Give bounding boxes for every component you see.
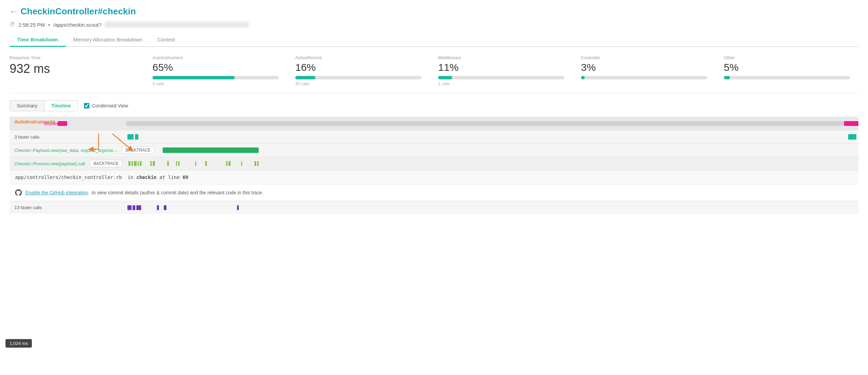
timeline-label-faster-calls: 3 faster calls bbox=[10, 134, 126, 140]
timeline-row-faster-calls: 3 faster calls bbox=[10, 130, 858, 144]
metric-autoinstrument: AutoInstrument 65% 3 calls bbox=[144, 55, 287, 86]
autoinstrument-label: AutoInstrument bbox=[152, 55, 279, 60]
timeline-label-process: Checkin::Process.new(payload).call BACKT… bbox=[10, 160, 127, 167]
process-bar-area bbox=[127, 157, 858, 170]
controller-pct: 3% bbox=[581, 62, 707, 73]
frag-bar-1 bbox=[128, 161, 131, 166]
tab-context[interactable]: Context bbox=[150, 33, 183, 47]
faster-calls-bar-end bbox=[848, 134, 856, 140]
timeline-label-13-faster: 13 faster calls bbox=[10, 205, 126, 210]
backtrace-method: checkin bbox=[136, 174, 157, 180]
github-text: to view commit details (author & commit … bbox=[92, 190, 263, 195]
frag-bar-8 bbox=[167, 161, 169, 166]
github-icon bbox=[15, 189, 22, 196]
metric-activerecord: ActiveRecord 16% 30 calls bbox=[287, 55, 430, 86]
tab-summary[interactable]: Summary bbox=[10, 100, 45, 111]
tab-time-breakdown[interactable]: Time Breakdown bbox=[10, 33, 66, 47]
tab-memory-allocation[interactable]: Memory Allocation Breakdown bbox=[66, 33, 150, 47]
13-faster-text: 13 faster calls bbox=[14, 205, 42, 210]
github-link[interactable]: Enable the GitHub integration bbox=[25, 190, 88, 195]
backtrace-button-process[interactable]: BACKTRACE bbox=[90, 160, 122, 167]
activerecord-calls: 30 calls bbox=[295, 81, 422, 86]
backtrace-file: app/controllers/checkin_controller.rb bbox=[15, 174, 122, 180]
condensed-view-text: Condensed View bbox=[92, 103, 128, 108]
frag-bar-5 bbox=[140, 161, 141, 166]
header-row: ← CheckinController#checkin bbox=[10, 6, 858, 17]
faster-calls-bar-2 bbox=[135, 134, 138, 140]
faster-calls-text: 3 faster calls bbox=[14, 134, 39, 140]
frag-bar-12 bbox=[205, 161, 207, 166]
timeline-label-payload: Checkin::Payload.new(raw_data, request_a… bbox=[10, 146, 159, 154]
process-text: Checkin::Process.new(payload).call bbox=[14, 161, 85, 166]
autoinstrument-bar bbox=[152, 76, 279, 79]
faster-calls-bar-1 bbox=[127, 134, 134, 140]
frag-bar-17 bbox=[257, 161, 259, 166]
middleware-pct: 11% bbox=[438, 62, 565, 73]
controller-label: Controller bbox=[581, 55, 707, 60]
backtrace-button-payload[interactable]: BACKTRACE bbox=[122, 146, 154, 154]
metric-controller: Controller 3% bbox=[573, 55, 716, 81]
response-time-value: 932 ms bbox=[10, 62, 136, 76]
request-time: 2:58:25 PM bbox=[18, 22, 45, 28]
middleware-pink-end bbox=[844, 121, 858, 126]
timeline-bar-area-middleware: Middleware bbox=[126, 117, 858, 130]
metrics-section: Response Time 932 ms AutoInstrument 65% … bbox=[10, 47, 858, 93]
payload-text: Checkin::Payload.new(raw_data, request_a… bbox=[14, 148, 117, 153]
autoinstrument-bar-fill bbox=[152, 76, 235, 79]
activerecord-bar-fill bbox=[295, 76, 315, 79]
middleware-bar-fill bbox=[438, 76, 452, 79]
url-blurred bbox=[105, 22, 249, 27]
frag-bar-9 bbox=[176, 161, 177, 166]
autoinstrument-calls: 3 calls bbox=[152, 81, 279, 86]
other-bar bbox=[724, 76, 850, 79]
purple-bar-1 bbox=[127, 205, 132, 210]
frag-bar-13 bbox=[226, 161, 227, 166]
back-arrow[interactable]: ← bbox=[10, 7, 17, 16]
subtitle-row: ⏱ 2:58:25 PM • /apps/checkin.scout? bbox=[10, 22, 858, 28]
frag-bar-7 bbox=[153, 161, 155, 166]
separator: • bbox=[48, 22, 50, 28]
process-bars-fragmented bbox=[127, 161, 259, 166]
tab-timeline[interactable]: Timeline bbox=[45, 100, 78, 111]
middleware-bar bbox=[438, 76, 565, 79]
frag-bar-2 bbox=[132, 161, 133, 166]
tooltip-badge: 1,024 ms bbox=[5, 339, 32, 348]
controller-bar bbox=[581, 76, 707, 79]
github-row: Enable the GitHub integration to view co… bbox=[10, 184, 858, 201]
frag-bar-11 bbox=[195, 161, 196, 166]
frag-bar-16 bbox=[255, 161, 256, 166]
frag-bar-3 bbox=[134, 161, 137, 166]
other-label: Other bbox=[724, 55, 850, 60]
frag-bar-4 bbox=[138, 161, 139, 166]
purple-bar-6 bbox=[237, 205, 239, 210]
middleware-bg-bar bbox=[126, 121, 858, 126]
payload-bar-area bbox=[159, 144, 858, 157]
autoinstrument-pct: 65% bbox=[152, 62, 279, 73]
condensed-view-checkbox[interactable] bbox=[84, 103, 89, 108]
frag-bar-10 bbox=[178, 161, 179, 166]
page-wrapper: ← CheckinController#checkin ⏱ 2:58:25 PM… bbox=[0, 0, 868, 375]
activerecord-label: ActiveRecord bbox=[295, 55, 422, 60]
main-tabs: Time Breakdown Memory Allocation Breakdo… bbox=[10, 33, 858, 47]
metric-middleware: Middleware 11% 1 calls bbox=[430, 55, 573, 86]
timeline-row-process: Checkin::Process.new(payload).call BACKT… bbox=[10, 157, 858, 170]
timeline-section: AutoInstruments Middleware bbox=[10, 117, 858, 214]
timeline-row-middleware: AutoInstruments Middleware bbox=[10, 117, 858, 130]
middleware-label: Middleware bbox=[438, 55, 565, 60]
frag-bar-14 bbox=[228, 161, 231, 166]
purple-bar-2 bbox=[133, 205, 135, 210]
middleware-calls: 1 calls bbox=[438, 81, 565, 86]
response-time-label: Response Time bbox=[10, 55, 136, 60]
backtrace-info-row: app/controllers/checkin_controller.rb in… bbox=[10, 170, 858, 184]
purple-bar-3 bbox=[136, 205, 141, 210]
activerecord-pct: 16% bbox=[295, 62, 422, 73]
payload-bar bbox=[163, 147, 259, 153]
backtrace-line: 69 bbox=[183, 174, 188, 180]
view-tabs-row: Summary Timeline Condensed View bbox=[10, 100, 858, 111]
timeline-row-payload: Checkin::Payload.new(raw_data, request_a… bbox=[10, 144, 858, 157]
other-pct: 5% bbox=[724, 62, 850, 73]
metric-response-time: Response Time 932 ms bbox=[10, 55, 144, 79]
condensed-view-label[interactable]: Condensed View bbox=[84, 103, 128, 108]
controller-bar-fill bbox=[581, 76, 585, 79]
faster-calls-bar-area bbox=[126, 130, 858, 143]
